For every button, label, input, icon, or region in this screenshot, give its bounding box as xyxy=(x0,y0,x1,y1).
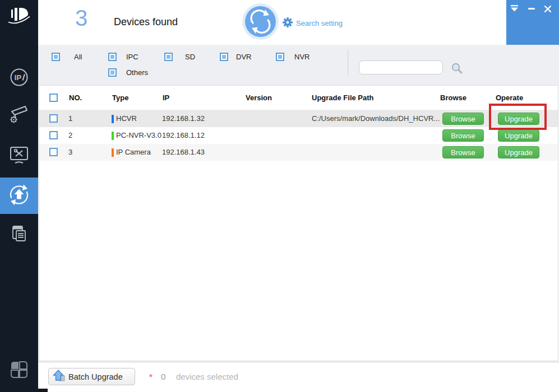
table-row[interactable]: 1 HCVR 192.168.1.32 C:/Users/mark/Downlo… xyxy=(39,110,558,127)
selected-count: 0 xyxy=(161,372,165,381)
sidebar-item-documents[interactable] xyxy=(0,218,38,251)
filter-nvr-checkbox[interactable] xyxy=(276,53,284,61)
device-table: NO. Type IP Version Upgrade File Path Br… xyxy=(39,85,558,361)
browse-button[interactable]: Browse xyxy=(442,113,484,125)
col-header-browse: Browse xyxy=(440,86,466,110)
cell-type: IP Camera xyxy=(116,144,151,161)
device-count: 3 xyxy=(75,6,87,31)
device-type-color-bar xyxy=(112,115,114,123)
menu-dropdown-icon[interactable] xyxy=(510,5,519,14)
select-all-checkbox[interactable] xyxy=(49,94,58,102)
cell-ip: 192.168.1.32 xyxy=(162,110,205,127)
refresh-button[interactable] xyxy=(245,6,276,37)
device-type-color-bar xyxy=(112,148,114,157)
batch-upgrade-label: Batch Upgrade xyxy=(68,372,123,381)
required-mark: * xyxy=(149,372,153,381)
filter-ipc-label: IPC xyxy=(126,53,138,61)
batch-upgrade-button[interactable]: Batch Upgrade xyxy=(48,368,135,385)
table-header-row: NO. Type IP Version Upgrade File Path Br… xyxy=(39,86,558,110)
search-setting-label: Search setting xyxy=(296,19,343,27)
documents-icon xyxy=(8,222,30,247)
filter-others[interactable]: Others xyxy=(108,68,148,77)
sidebar: IP xyxy=(0,0,38,392)
cell-no: 3 xyxy=(68,144,72,161)
table-row[interactable]: 2 PC-NVR-V3.0 192.168.1.12 Browse Upgrad… xyxy=(39,127,558,144)
col-header-ip: IP xyxy=(163,86,169,110)
screen-corner-artifact xyxy=(38,389,48,392)
row-checkbox[interactable] xyxy=(49,114,58,123)
filter-dvr-label: DVR xyxy=(236,53,251,61)
filter-all-label: All xyxy=(74,53,82,61)
filter-dvr-checkbox[interactable] xyxy=(220,53,228,61)
devices-found-label: Devices found xyxy=(114,16,178,28)
svg-text:IP: IP xyxy=(15,73,22,82)
table-row[interactable]: 3 IP Camera 192.168.1.43 Browse Upgrade xyxy=(39,144,558,161)
filter-all[interactable]: All xyxy=(52,53,82,61)
col-header-operate: Operate xyxy=(496,86,523,110)
filter-others-checkbox[interactable] xyxy=(108,68,117,77)
system-tools-icon xyxy=(7,144,31,169)
sidebar-item-toolbox[interactable] xyxy=(0,354,38,387)
filter-bar: All IPC SD DVR NVR Others xyxy=(38,45,559,85)
col-header-type: Type xyxy=(112,86,128,110)
filter-ipc[interactable]: IPC xyxy=(108,53,138,61)
minimize-icon[interactable] xyxy=(527,5,536,14)
sidebar-item-upgrade[interactable] xyxy=(0,178,38,214)
search-setting-button[interactable]: Search setting xyxy=(283,17,343,29)
upgrade-button[interactable]: Upgrade xyxy=(498,113,539,125)
device-type-color-bar xyxy=(112,132,114,140)
filter-all-checkbox[interactable] xyxy=(52,53,60,61)
selected-count-label: devices selected xyxy=(176,372,238,381)
cell-no: 1 xyxy=(68,110,72,127)
window-controls xyxy=(506,0,559,45)
camera-settings-icon xyxy=(7,103,31,129)
col-header-path: Upgrade File Path xyxy=(312,86,374,110)
filter-sd-label: SD xyxy=(185,53,195,61)
filter-nvr-label: NVR xyxy=(294,53,309,61)
filter-others-label: Others xyxy=(126,68,148,77)
upgrade-button[interactable]: Upgrade xyxy=(498,129,539,142)
col-header-no: NO. xyxy=(69,86,82,110)
header: 3 Devices found xyxy=(38,0,559,45)
col-header-version: Version xyxy=(246,86,272,110)
filter-dvr[interactable]: DVR xyxy=(220,53,251,61)
divider xyxy=(348,49,348,76)
browse-button[interactable]: Browse xyxy=(442,129,484,142)
ip-edit-icon: IP xyxy=(8,67,30,90)
search-input[interactable] xyxy=(359,60,443,74)
sidebar-item-device-config[interactable] xyxy=(0,100,38,132)
cell-no: 2 xyxy=(68,127,72,144)
toolbox-clover-icon xyxy=(9,360,29,382)
browse-button[interactable]: Browse xyxy=(442,146,484,158)
cell-ip: 192.168.1.12 xyxy=(162,127,205,144)
sidebar-item-system-tools[interactable] xyxy=(0,141,38,173)
cell-file-path: C:/Users/mark/Downloads/DH_HCVR... xyxy=(312,110,440,127)
app-window: IP xyxy=(0,0,559,392)
cell-type: HCVR xyxy=(116,110,137,127)
upgrade-button[interactable]: Upgrade xyxy=(498,146,539,158)
cell-ip: 192.168.1.43 xyxy=(162,144,205,161)
close-icon[interactable] xyxy=(543,5,552,14)
gear-icon xyxy=(283,17,293,29)
filter-sd[interactable]: SD xyxy=(164,53,195,61)
footer-bar: Batch Upgrade * 0 devices selected xyxy=(38,363,559,392)
filter-ipc-checkbox[interactable] xyxy=(108,53,117,61)
refresh-icon xyxy=(245,30,276,39)
search-icon xyxy=(451,68,463,76)
search-button[interactable] xyxy=(451,62,463,74)
dahua-logo-icon xyxy=(7,3,31,32)
batch-upgrade-arrow-icon xyxy=(52,369,66,384)
row-checkbox[interactable] xyxy=(49,131,58,139)
row-checkbox[interactable] xyxy=(49,148,58,156)
sidebar-item-ip-config[interactable]: IP xyxy=(0,62,38,95)
filter-nvr[interactable]: NVR xyxy=(276,53,309,61)
filter-sd-checkbox[interactable] xyxy=(164,53,173,61)
cell-type: PC-NVR-V3.0 xyxy=(116,127,161,144)
upgrade-icon xyxy=(7,183,31,209)
